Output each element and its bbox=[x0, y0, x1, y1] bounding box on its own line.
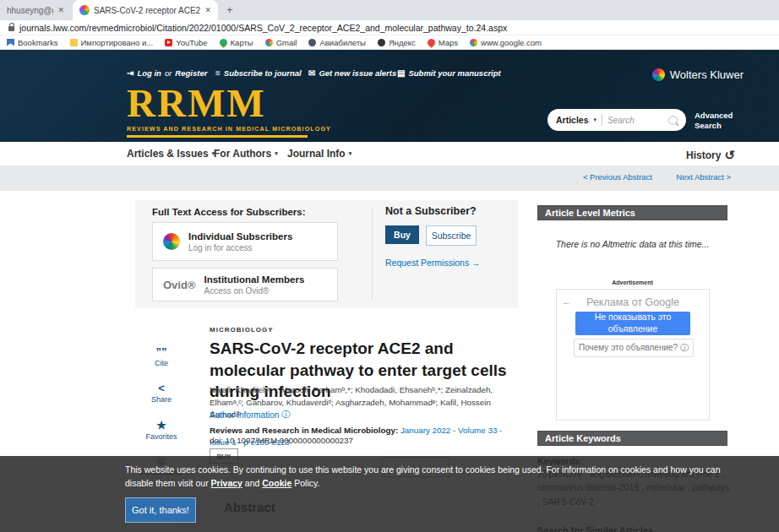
lock-icon bbox=[8, 26, 14, 31]
bookmarks-bar: Bookmarks Импортировано и... YouTube Кар… bbox=[0, 35, 779, 50]
tab-strip: hhuseyng@gmail.c ✕ SARS-CoV-2 receptor A… bbox=[0, 0, 779, 20]
next-abstract-link[interactable]: Next Abstract > bbox=[676, 172, 731, 182]
ad-why-button[interactable]: Почему это объявление? ⓘ bbox=[574, 339, 694, 357]
share-icon: < bbox=[158, 383, 165, 394]
access-heading: Full Text Access for Subscribers: bbox=[152, 207, 306, 217]
mail-icon: ✉ bbox=[308, 68, 315, 78]
journal-logo-tagline: REVIEWS AND RESEARCH IN MEDICAL MICROBIO… bbox=[127, 125, 331, 133]
not-subscriber-heading: Not a Subscriber? bbox=[385, 205, 477, 217]
article-doi: doi: 10.1097/MRM.0000000000000237 bbox=[210, 436, 353, 445]
previous-abstract-link[interactable]: < Previous Abstract bbox=[583, 172, 652, 182]
site-header: ⇥ Log in or Register ≡ Subscribe to jour… bbox=[0, 50, 779, 142]
ad-hide-button[interactable]: Не показывать это объявление bbox=[575, 312, 690, 335]
search-box[interactable]: Articles ▾ Search bbox=[547, 109, 686, 131]
tab-label: SARS-CoV-2 receptor ACE2 and bbox=[94, 6, 200, 15]
buy-button[interactable]: Buy bbox=[385, 225, 419, 244]
bookmark-youtube[interactable]: YouTube bbox=[165, 38, 207, 47]
share-button[interactable]: < Share bbox=[143, 383, 180, 404]
request-permissions-link[interactable]: Request Permissions → bbox=[385, 258, 481, 268]
advanced-search-link[interactable]: Advanced Search bbox=[695, 111, 738, 131]
privacy-link[interactable]: Privacy bbox=[211, 478, 242, 488]
login-register-link[interactable]: ⇥ Log in or Register bbox=[127, 68, 207, 78]
url-text[interactable]: journals.lww.com/revmedmicrobiol/Citatio… bbox=[19, 23, 507, 33]
chevron-down-icon: ▾ bbox=[594, 117, 597, 123]
bookmark-maps[interactable]: Maps bbox=[428, 38, 458, 47]
article-keywords-header: Article Keywords bbox=[537, 431, 727, 446]
altmetric-message: There is no Altmetric data at this time.… bbox=[537, 239, 727, 249]
bookmark-yandex[interactable]: Яндекс bbox=[378, 38, 416, 47]
subscribe-button[interactable]: Subscribe bbox=[426, 225, 477, 246]
map-pin-icon bbox=[426, 37, 437, 48]
map-pin-icon bbox=[218, 37, 229, 48]
tab-article[interactable]: SARS-CoV-2 receptor ACE2 and ✕ bbox=[73, 0, 218, 20]
nav-journal-info[interactable]: Journal Info▾ bbox=[287, 148, 351, 160]
article-level-metrics-header: Article Level Metrics bbox=[537, 205, 727, 220]
page: hhuseyng@gmail.c ✕ SARS-CoV-2 receptor A… bbox=[0, 0, 779, 532]
access-panel: Full Text Access for Subscribers: Indivi… bbox=[135, 200, 518, 308]
author-information-link[interactable]: Author Information ⓘ bbox=[210, 409, 290, 421]
chevron-down-icon: ▾ bbox=[349, 150, 352, 157]
cookie-banner: This website uses cookies. By continuing… bbox=[0, 456, 779, 532]
nav-for-authors[interactable]: For Authors▾ bbox=[214, 148, 278, 160]
wk-globe-icon bbox=[163, 233, 180, 250]
cite-button[interactable]: ”” Cite bbox=[143, 346, 180, 367]
bookmark-karty[interactable]: Карты bbox=[220, 38, 253, 47]
subscribe-journal-link[interactable]: ≡ Subscribe to journal bbox=[215, 68, 302, 78]
divider bbox=[602, 114, 602, 126]
youtube-icon bbox=[165, 39, 172, 46]
close-icon[interactable]: ✕ bbox=[57, 6, 64, 14]
ovid-logo: Ovid® bbox=[163, 279, 195, 291]
bookmark-aviabilety[interactable]: Авиабилеты bbox=[308, 38, 365, 47]
cookie-policy-link[interactable]: Cookie bbox=[262, 478, 291, 488]
google-ad: ← Реклама от Google Не показывать это об… bbox=[556, 289, 710, 421]
yandex-icon bbox=[378, 39, 385, 46]
ad-title: Реклама от Google bbox=[557, 296, 709, 308]
bookmark-gmail[interactable]: Gmail bbox=[265, 38, 297, 47]
wolters-kluwer-logo[interactable]: Wolters Kluwer bbox=[652, 68, 744, 81]
history-icon: ↺ bbox=[724, 148, 735, 163]
bookmark-icon bbox=[7, 39, 14, 46]
chevron-down-icon: ▾ bbox=[275, 150, 278, 157]
journal-logo[interactable]: RRMM REVIEWS AND RESEARCH IN MEDICAL MIC… bbox=[127, 84, 331, 138]
cookie-message: This website uses cookies. By continuing… bbox=[125, 463, 727, 491]
new-tab-button[interactable]: + bbox=[226, 3, 233, 16]
search-input[interactable]: Search bbox=[607, 116, 663, 125]
favorites-button[interactable]: ★ Favorites bbox=[143, 420, 180, 441]
bookmark-imported-folder[interactable]: Импортировано и... bbox=[70, 38, 154, 47]
gold-divider bbox=[127, 135, 308, 138]
advertisement-label: Advertisement bbox=[537, 280, 727, 285]
star-icon: ★ bbox=[156, 420, 166, 431]
document-icon: ▤ bbox=[397, 68, 405, 78]
journal-logo-title: RRMM bbox=[127, 84, 331, 123]
login-icon: ⇥ bbox=[127, 68, 133, 78]
pagination-band: < Previous Abstract Next Abstract > bbox=[0, 166, 779, 191]
address-bar[interactable]: journals.lww.com/revmedmicrobiol/Citatio… bbox=[0, 20, 779, 35]
quote-icon: ”” bbox=[156, 346, 167, 357]
search-icon[interactable] bbox=[668, 116, 678, 125]
nav-articles-issues[interactable]: Articles & Issues▾ bbox=[127, 148, 215, 160]
submit-manuscript-link[interactable]: ▤ Submit your manuscript bbox=[397, 68, 501, 78]
bookmark-google[interactable]: www.google.com bbox=[470, 38, 542, 47]
search-scope-dropdown[interactable]: Articles bbox=[556, 115, 589, 125]
cookie-accept-button[interactable]: Got it, thanks! bbox=[125, 497, 196, 523]
institutional-members-card[interactable]: Ovid® Institutional Members Access on Ov… bbox=[152, 268, 338, 301]
tab-gmail[interactable]: hhuseyng@gmail.c ✕ bbox=[0, 0, 71, 20]
individual-subscribers-card[interactable]: Individual Subscribers Log in for access bbox=[152, 222, 338, 261]
close-icon[interactable]: ✕ bbox=[204, 6, 211, 14]
bookmark-bookmarks[interactable]: Bookmarks bbox=[7, 38, 58, 47]
article-category: MICROBIOLOGY bbox=[210, 326, 274, 334]
google-icon bbox=[470, 39, 477, 46]
menu-icon: ≡ bbox=[215, 68, 221, 78]
history-link[interactable]: History↺ bbox=[686, 148, 735, 163]
wk-globe-icon bbox=[652, 68, 665, 81]
globe-icon bbox=[308, 39, 316, 46]
info-icon: ⓘ bbox=[281, 409, 290, 421]
divider bbox=[372, 209, 373, 300]
journal-favicon-icon bbox=[79, 5, 90, 15]
tab-label: hhuseyng@gmail.c bbox=[7, 6, 53, 15]
journal-nav: Articles & Issues▾ For Authors▾ Journal … bbox=[0, 142, 779, 166]
folder-icon bbox=[70, 39, 78, 46]
issue-alerts-link[interactable]: ✉ Get new issue alerts bbox=[308, 68, 396, 78]
google-icon bbox=[265, 39, 273, 46]
